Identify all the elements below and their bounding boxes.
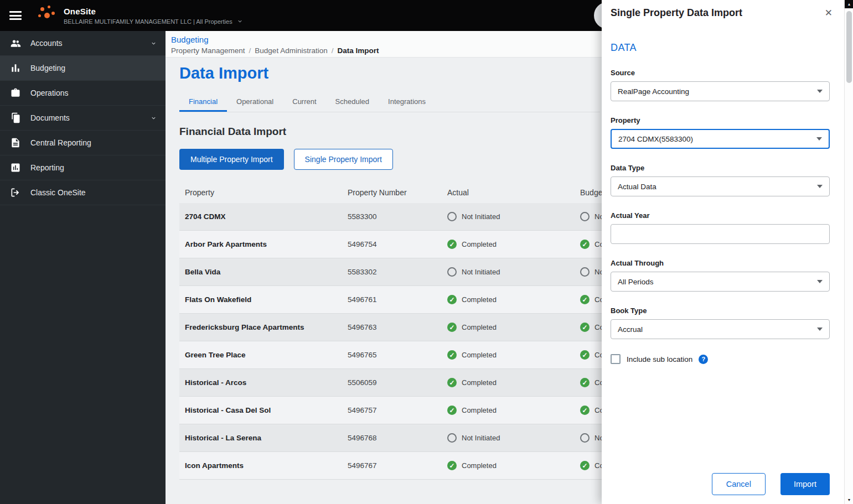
actual-year-label: Actual Year [611, 211, 830, 220]
breadcrumb-current: Data Import [337, 46, 379, 55]
field-book-type: Book Type Accrual [611, 306, 830, 339]
data-type-select[interactable]: Actual Data [611, 176, 830, 196]
tab-operational[interactable]: Operational [227, 92, 283, 112]
field-actual-through: Actual Through All Periods [611, 259, 830, 292]
vertical-scrollbar[interactable]: ▲ ▼ [844, 0, 853, 504]
sidebar-item-central-reporting[interactable]: Central Reporting [0, 131, 166, 155]
status-label: Not Initiated [462, 268, 500, 276]
property-name: Green Tree Place [179, 351, 342, 359]
field-source: Source RealPage Accounting [611, 69, 830, 101]
property-number: 5496761 [342, 295, 442, 304]
scroll-down-arrow-icon[interactable]: ▼ [845, 496, 853, 504]
import-button[interactable]: Import [780, 473, 830, 495]
sidebar: Accounts Budgeting Operations Documents … [0, 31, 166, 504]
status-icon [447, 295, 457, 304]
property-name: Icon Apartments [179, 461, 342, 470]
tab-scheduled[interactable]: Scheduled [326, 92, 379, 112]
sidebar-item-operations[interactable]: Operations [0, 81, 166, 106]
sidebar-item-accounts[interactable]: Accounts [0, 31, 166, 56]
sidebar-item-label: Operations [30, 89, 157, 97]
cancel-button[interactable]: Cancel [712, 473, 766, 495]
status-label: Completed [462, 406, 497, 414]
sidebar-item-documents[interactable]: Documents [0, 106, 166, 131]
reporting-icon [10, 162, 21, 173]
sidebar-item-label: Accounts [30, 39, 141, 48]
sidebar-item-budgeting[interactable]: Budgeting [0, 56, 166, 81]
property-select-value: 2704 CDMX(5583300) [618, 135, 693, 143]
actual-year-input[interactable] [611, 224, 830, 244]
property-label: Property [611, 116, 830, 124]
sidebar-item-label: Reporting [30, 163, 157, 172]
hamburger-menu-icon[interactable] [9, 11, 22, 20]
status-icon [580, 406, 590, 415]
org-property-selector-label[interactable]: BELLAIRE MULTIFAMILY MANAGEMENT LLC | Al… [64, 18, 232, 25]
data-type-select-value: Actual Data [618, 183, 656, 191]
breadcrumb-link[interactable]: Budget Administration [255, 46, 327, 55]
column-header-actual: Actual [442, 188, 575, 197]
multiple-property-import-button[interactable]: Multiple Property Import [179, 149, 284, 170]
tab-financial[interactable]: Financial [179, 92, 227, 112]
actual-status: Not Initiated [442, 212, 575, 221]
status-icon [447, 323, 457, 332]
status-icon [447, 461, 457, 470]
status-icon [447, 433, 457, 443]
data-section-heading: DATA [611, 42, 830, 54]
property-number: 5583300 [342, 212, 442, 221]
status-icon [447, 406, 457, 415]
single-property-data-import-drawer: Single Property Data Import ✕ DATA Sourc… [602, 0, 844, 504]
status-icon [580, 295, 590, 304]
status-label: Completed [462, 323, 497, 331]
field-actual-year: Actual Year [611, 211, 830, 244]
single-property-import-button[interactable]: Single Property Import [294, 149, 393, 170]
property-number: 5583302 [342, 268, 442, 276]
status-icon [580, 267, 590, 277]
scroll-up-arrow-icon[interactable]: ▲ [845, 0, 853, 8]
status-icon [447, 378, 457, 387]
scrollbar-thumb[interactable] [846, 11, 852, 83]
documents-icon [10, 112, 21, 123]
field-property: Property 2704 CDMX(5583300) [611, 116, 830, 149]
tab-integrations[interactable]: Integrations [379, 92, 435, 112]
source-select[interactable]: RealPage Accounting [611, 81, 830, 101]
chevron-down-icon[interactable] [237, 18, 243, 24]
actual-through-select[interactable]: All Periods [611, 272, 830, 292]
budgeting-icon [10, 63, 21, 74]
tab-current[interactable]: Current [283, 92, 325, 112]
status-label: Completed [462, 351, 497, 359]
help-icon[interactable]: ? [699, 355, 708, 364]
breadcrumb-separator: / [332, 46, 334, 55]
sidebar-item-reporting[interactable]: Reporting [0, 155, 166, 180]
actual-status: Completed [442, 295, 575, 304]
property-select[interactable]: 2704 CDMX(5583300) [611, 129, 830, 149]
property-name: Historical - La Serena [179, 434, 342, 442]
property-number: 5496768 [342, 434, 442, 442]
property-number: 5496767 [342, 461, 442, 470]
source-select-value: RealPage Accounting [618, 87, 689, 96]
sidebar-item-classic-onesite[interactable]: Classic OneSite [0, 180, 166, 205]
drawer-title: Single Property Data Import [611, 7, 742, 19]
book-type-select[interactable]: Accrual [611, 319, 830, 339]
include-sub-location-label: Include sub location [627, 355, 692, 363]
tab-bar: Financial Operational Current Scheduled … [179, 92, 600, 112]
breadcrumb-module-link[interactable]: Budgeting [171, 35, 209, 44]
include-sub-location-checkbox[interactable] [611, 354, 621, 364]
sidebar-item-label: Budgeting [30, 64, 157, 72]
status-label: Not Initiated [462, 434, 500, 442]
property-name: Flats On Wakefield [179, 295, 342, 304]
sidebar-item-label: Documents [30, 113, 141, 122]
chevron-down-icon [817, 280, 823, 283]
source-label: Source [611, 69, 830, 77]
property-name: Fredericksburg Place Apartments [179, 323, 342, 331]
classic-onesite-icon [10, 187, 21, 198]
chevron-down-icon [151, 115, 157, 121]
data-type-label: Data Type [611, 164, 830, 172]
include-sub-location-row: Include sub location ? [611, 354, 830, 364]
status-label: Completed [462, 378, 497, 387]
property-number: 5496757 [342, 406, 442, 414]
property-number: 5496765 [342, 351, 442, 359]
close-icon[interactable]: ✕ [821, 7, 836, 19]
brand-block: OneSite BELLAIRE MULTIFAMILY MANAGEMENT … [64, 7, 243, 25]
status-icon [447, 267, 457, 277]
breadcrumb-link[interactable]: Property Management [171, 46, 245, 55]
status-icon [580, 461, 590, 470]
